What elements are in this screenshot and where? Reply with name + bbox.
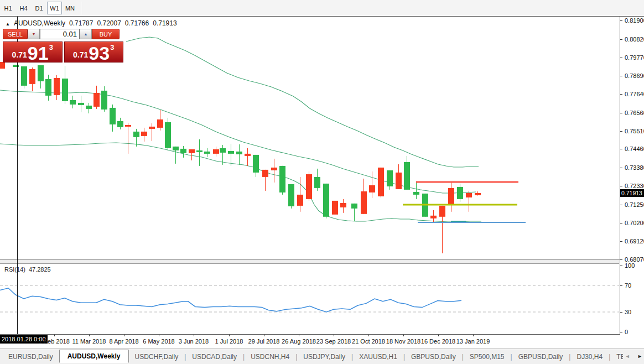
candle-body: [387, 170, 393, 186]
time-axis-tick: [54, 335, 55, 336]
time-axis-tick: [194, 335, 194, 336]
ohlc-open: 0.71787: [69, 19, 93, 27]
scroll-tabs-right-icon[interactable]: ►: [637, 353, 642, 359]
buy-price-pip-digit: 3: [110, 43, 114, 51]
tab-dj30-h4[interactable]: DJ30,H4: [570, 351, 609, 363]
candle-body: [228, 151, 234, 154]
price-axis-label: 0.77640: [625, 91, 644, 97]
time-axis-label: 1 Jul 2018: [215, 338, 243, 345]
candle-body: [45, 79, 51, 96]
price-axis-tick: [620, 131, 622, 132]
time-axis-tick: [473, 335, 474, 336]
candle-body: [457, 187, 463, 199]
candles-layer: [0, 62, 481, 253]
rsi-chart-canvas[interactable]: [0, 264, 619, 334]
tab-gbpusd-daily[interactable]: GBPUSD,Daily: [512, 351, 569, 363]
candle-body: [196, 150, 202, 152]
tab-audusd-weekly[interactable]: AUDUSD,Weekly: [59, 350, 129, 363]
candle-body: [180, 149, 186, 153]
band-upper: [126, 37, 479, 167]
tab-tech10[interactable]: TECH10: [610, 351, 623, 363]
triangle-up-icon: ▲: [84, 32, 88, 36]
candle-body: [396, 173, 402, 189]
timeframe-button-mn[interactable]: MN: [63, 2, 77, 14]
time-axis-tick: [368, 335, 369, 336]
price-axis-label: 0.76560: [625, 110, 644, 116]
candle-body: [262, 170, 268, 177]
time-axis-tick: [438, 335, 439, 336]
scroll-tabs-left-icon[interactable]: ◄: [625, 353, 630, 359]
candle-body: [236, 152, 242, 154]
price-axis-tick: [620, 168, 622, 168]
candle-body: [253, 155, 259, 173]
candle-body: [0, 62, 5, 69]
candle-body: [70, 100, 76, 105]
candle-body: [288, 184, 294, 206]
candle-body: [369, 185, 375, 193]
candle-body: [149, 127, 155, 129]
volume-decrease-button[interactable]: ▼: [28, 29, 40, 39]
rsi-axis-tick: [620, 332, 622, 332]
rsi-indicator-pane[interactable]: RSI(14)47.2825: [0, 264, 620, 334]
candle-body: [94, 93, 100, 107]
one-click-trading-widget: SELL ▼ ▲ BUY 0.71 91 3 0.71 93 3: [3, 29, 123, 63]
candle-body: [475, 193, 481, 195]
time-axis-label: 21 Oct 2018: [352, 338, 385, 345]
price-axis-label: 0.73380: [625, 164, 644, 171]
collapse-triangle-icon[interactable]: ▲: [6, 22, 10, 27]
time-axis-label: 6 May 2018: [143, 338, 174, 345]
timeframe-button-h1[interactable]: H1: [1, 2, 15, 14]
timeframe-button-w1[interactable]: W1: [47, 2, 62, 14]
toolbar-separator: [81, 2, 82, 15]
price-axis[interactable]: 0.71913 0.819000.808200.797700.786900.77…: [620, 16, 644, 335]
candle-body: [245, 154, 251, 156]
candle-body: [340, 203, 346, 207]
time-axis-label: 26 Aug 2018: [282, 338, 316, 345]
buy-price-display[interactable]: 0.71 93 3: [64, 41, 124, 63]
time-axis-label: 18 Nov 2018: [386, 338, 420, 345]
rsi-axis-tick: [620, 266, 622, 266]
chart-tabs: EURUSD,DailyAUDUSD,WeeklyUSDCHF,Daily|US…: [2, 349, 623, 364]
time-axis-tick: [89, 335, 90, 336]
tab-usdjpy-daily[interactable]: USDJPY,Daily: [297, 351, 351, 363]
time-axis-tick: [403, 335, 404, 336]
time-axis-label: 16 Dec 2018: [421, 338, 455, 345]
candle-body: [323, 184, 329, 217]
tab-usdchf-daily[interactable]: USDCHF,Daily: [129, 351, 185, 363]
timeframe-button-h4[interactable]: H4: [16, 2, 31, 14]
sell-price-pip-digit: 3: [49, 43, 53, 51]
pane-splitter[interactable]: [0, 259, 619, 264]
candle-body: [78, 103, 84, 105]
time-axis-label: 3 Jun 2018: [179, 338, 209, 345]
candle-body: [110, 108, 116, 124]
volume-increase-button[interactable]: ▲: [80, 29, 92, 39]
sell-price-big-digits: 91: [28, 45, 49, 61]
buy-button[interactable]: BUY: [92, 29, 120, 39]
current-price-tag: 0.71913: [620, 189, 644, 197]
tab-eurusd-daily[interactable]: EURUSD,Daily: [2, 351, 59, 363]
time-axis-label: 23 Sep 2018: [316, 338, 351, 345]
tab-usdcnh-h4[interactable]: USDCNH,H4: [245, 351, 295, 363]
rsi-axis-label: 70: [625, 282, 631, 289]
candle-body: [125, 125, 131, 127]
price-axis-tick: [620, 20, 622, 21]
candle-body: [404, 162, 410, 190]
time-axis[interactable]: 2018.01.28 0:00 1 Feb 201811 Mar 20188 A…: [0, 335, 644, 349]
tab-xauusd-h1[interactable]: XAUUSD,H1: [353, 351, 403, 363]
price-axis-label: 0.69120: [625, 238, 644, 245]
price-axis-tick: [620, 205, 622, 205]
bollinger-bands-layer: [0, 37, 481, 222]
tab-gbpusd-daily[interactable]: GBPUSD,Daily: [405, 351, 462, 363]
mt4-chart-window: H1H4D1W1MN ▲AUDUSD,Weekly0.717870.720070…: [0, 0, 644, 364]
sell-price-display[interactable]: 0.71 91 3: [3, 41, 63, 63]
tab-usdcad-daily[interactable]: USDCAD,Daily: [186, 351, 243, 363]
price-axis-tick: [620, 76, 622, 76]
candle-body: [62, 79, 68, 101]
sell-button[interactable]: SELL: [3, 29, 28, 39]
rsi-current-value: 47.2825: [29, 266, 51, 273]
tab-sp500-m15[interactable]: SP500,M15: [464, 351, 511, 363]
timeframe-button-d1[interactable]: D1: [32, 2, 46, 14]
volume-input[interactable]: [40, 29, 80, 39]
timeframe-toolbar: H1H4D1W1MN: [0, 0, 644, 16]
chart-title: ▲AUDUSD,Weekly0.717870.720070.717660.719…: [6, 19, 177, 27]
